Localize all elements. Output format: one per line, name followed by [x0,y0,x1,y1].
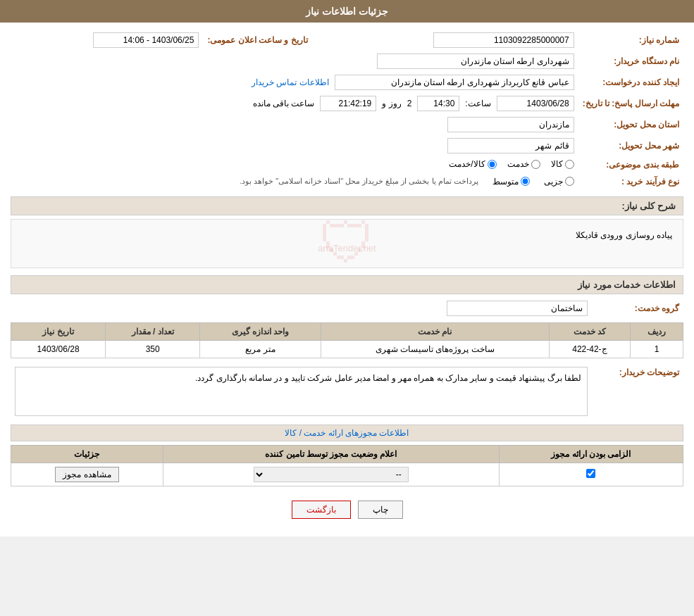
purchase-jozei-label: جزیی [544,177,563,187]
col-license-details: جزئیات [11,445,163,463]
view-license-button[interactable]: مشاهده مجوز [55,467,118,482]
license-section-header: اطلاعات مجوزهای ارائه خدمت / کالا [11,425,683,441]
city-value: قائم شهر [447,138,574,153]
purchase-motavaset-label: متوسط [492,177,519,187]
services-table: ردیف کد خدمت نام خدمت واحد اندازه گیری ت… [11,322,683,358]
category-kala-khadamat-label: کالا/خدمت [449,159,485,169]
announce-date-label: تاریخ و ساعت اعلان عمومی: [203,30,311,51]
license-table: الزامی بودن ارائه مجوز اعلام وضعیت مجوز … [11,445,683,486]
site-watermark: anaTender.net [318,243,376,253]
col-unit: واحد اندازه گیری [200,322,321,340]
unit-value: متر مربع [200,340,321,358]
need-desc-container: 🛡 anaTender.net پیاده روسازی ورودی قادیک… [11,219,683,268]
buyer-org-value: شهرداری ارطه استان مازندران [377,54,574,69]
service-code: ج-42-422 [549,340,631,358]
print-button[interactable]: چاپ [358,501,403,519]
purchase-motavaset-item[interactable]: متوسط [492,177,530,187]
col-license-status: اعلام وضعیت مجوز توسط تامین کننده [163,445,499,463]
province-label: استان محل تحویل: [578,114,683,135]
table-row: 1 ج-42-422 ساخت پروژه‌های تاسیسات شهری م… [11,340,683,358]
response-deadline-label: مهلت ارسال پاسخ: تا تاریخ: [578,93,683,114]
remain-time-label: ساعت باقی مانده [253,99,315,108]
need-desc-section-header: شرح کلی نیاز: [11,196,683,215]
col-quantity: تعداد / مقدار [106,322,200,340]
license-status-select[interactable]: -- [254,467,409,482]
col-service-code: کد خدمت [549,322,631,340]
buyer-notes-value: لطفا برگ پیشنهاد قیمت و سایر مدارک به هم… [15,367,588,416]
footer-buttons: چاپ بازگشت [11,490,683,529]
creator-label: ایجاد کننده درخواست: [578,72,683,93]
date-value: 1403/06/28 [11,340,106,358]
need-number-value: 1103092285000007 [433,32,574,48]
remain-time-value: 21:42:19 [320,96,376,111]
purchase-motavaset-radio[interactable] [521,177,530,186]
service-name: ساخت پروژه‌های تاسیسات شهری [321,340,549,358]
col-row: ردیف [631,322,683,340]
category-khadamat-item[interactable]: خدمت [507,159,540,169]
quantity-value: 350 [106,340,200,358]
buyer-notes-label: توضیحات خریدار: [592,364,683,419]
service-group-label: گروه خدمت: [592,298,683,319]
category-kala-item[interactable]: کالا [551,159,574,169]
category-kala-khadamat-item[interactable]: کالا/خدمت [449,159,496,169]
back-button[interactable]: بازگشت [292,501,351,519]
buyer-org-label: نام دستگاه خریدار: [578,51,683,72]
category-kala-label: کالا [551,159,563,169]
services-section-header: اطلاعات خدمات مورد نیاز [11,275,683,294]
need-number-label: شماره نیاز: [578,30,683,51]
response-date: 1403/06/28 [497,96,574,111]
service-group-value: ساختمان [447,301,588,316]
license-required-checkbox [499,463,683,486]
purchase-jozei-radio[interactable] [565,177,574,186]
response-time: 14:30 [417,96,459,111]
category-label: طبقه بندی موضوعی: [578,156,683,174]
announce-date-value: 1403/06/25 - 14:06 [93,32,199,48]
category-khadamat-radio[interactable] [531,160,540,169]
license-row: -- مشاهده مجوز [11,463,683,486]
category-kala-radio[interactable] [565,160,574,169]
purchase-jozei-item[interactable]: جزیی [544,177,574,187]
city-label: شهر محل تحویل: [578,135,683,156]
category-kala-khadamat-radio[interactable] [488,160,497,169]
required-checkbox[interactable] [586,469,595,478]
license-details: مشاهده مجوز [11,463,163,486]
row-num: 1 [631,340,683,358]
category-khadamat-label: خدمت [507,159,529,169]
page-title: جزئیات اطلاعات نیاز [0,0,694,23]
col-license-required: الزامی بودن ارائه مجوز [499,445,683,463]
creator-contact-link[interactable]: اطلاعات تماس خریدار [252,77,329,87]
purchase-type-label: نوع فرآیند خرید : [578,174,683,189]
remain-day-label: روز و [382,99,401,108]
license-status: -- [163,463,499,486]
col-service-name: نام خدمت [321,322,549,340]
province-value: مازندران [447,117,574,132]
need-desc-value: پیاده روسازی ورودی قادیکلا [22,230,672,240]
remain-days-value: 2 [407,99,412,108]
purchase-desc: پرداخت تمام یا بخشی از مبلغ خریداز محل "… [240,177,478,186]
col-date: تاریخ نیاز [11,322,106,340]
creator-value: عباس قانع کاربرداز شهرداری ارطه استان ما… [335,75,574,90]
response-time-label: ساعت: [465,99,490,108]
